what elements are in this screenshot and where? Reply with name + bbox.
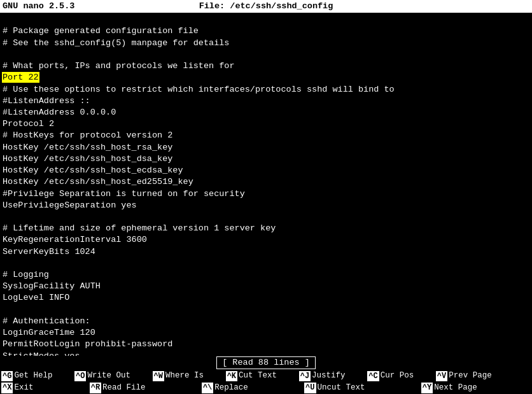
editor-line: # Use these options to restrict which in… <box>3 84 529 95</box>
shortcut-label: Exit <box>14 383 33 393</box>
editor-line: LoginGraceTime 120 <box>3 327 529 339</box>
editor-line: StrictModes yes <box>3 351 529 356</box>
editor-area[interactable]: # Package generated configuration file# … <box>0 13 532 356</box>
bottom-item[interactable]: ^\Replace <box>200 382 303 394</box>
bottom-item[interactable]: ^WWhere Is <box>151 370 225 382</box>
shortcut-key: ^G <box>1 371 13 381</box>
shortcut-label: Prev Page <box>449 370 492 381</box>
shortcut-key: ^W <box>153 371 164 381</box>
editor-line <box>3 258 529 269</box>
editor-line: HostKey /etc/ssh/ssh_host_dsa_key <box>3 153 529 165</box>
editor-line: # Package generated configuration file <box>3 25 529 37</box>
editor-line: # Authentication: <box>3 316 529 327</box>
shortcut-label: Get Help <box>14 370 52 381</box>
bottom-item[interactable]: ^KCut Text <box>225 370 298 382</box>
bottom-item[interactable]: ^XExit <box>0 382 88 394</box>
editor-line: SyslogFacility AUTH <box>3 281 529 292</box>
editor-line <box>3 211 529 223</box>
bottom-item-next-page[interactable]: ^YNext Page <box>420 382 532 394</box>
editor-line <box>3 14 529 25</box>
bottom-item-prev-page[interactable]: ^VPrev Page <box>435 370 513 382</box>
shortcut-key: ^R <box>90 383 101 393</box>
editor-line: HostKey /etc/ssh/ssh_host_ed25519_key <box>3 176 529 188</box>
editor-line: PermitRootLogin prohibit-password <box>3 339 529 350</box>
editor-line: Protocol 2 <box>3 118 529 130</box>
editor-line: KeyRegenerationInterval 3600 <box>3 234 529 246</box>
shortcut-key: ^K <box>226 371 237 381</box>
shortcut-label: Next Page <box>434 383 477 393</box>
shortcut-key: ^\ <box>202 383 213 393</box>
bottom-item[interactable]: ^UUncut Text <box>303 382 420 394</box>
shortcut-label: Justify <box>312 370 346 381</box>
editor-line: LogLevel INFO <box>3 292 529 304</box>
editor-line: UsePrivilegeSeparation yes <box>3 200 529 211</box>
shortcut-label: Cur Pos <box>381 370 414 381</box>
shortcut-key: ^X <box>1 383 13 393</box>
editor-line <box>3 304 529 316</box>
shortcut-label: Replace <box>214 383 248 393</box>
bottom-item[interactable]: ^GGet Help <box>0 370 73 382</box>
shortcut-label: Read File <box>102 383 146 393</box>
shortcut-label: Write Out <box>87 370 130 381</box>
editor-line: HostKey /etc/ssh/ssh_host_ecdsa_key <box>3 165 529 176</box>
editor-line: #Privilege Separation is turned on for s… <box>3 188 529 200</box>
shortcut-label: Uncut Text <box>318 383 365 393</box>
cursor-highlight: Port 22 <box>3 73 39 82</box>
bottom-row-2: ^XExit^RRead File^\Replace^UUncut Text^Y… <box>0 382 532 394</box>
editor-line: # See the sshd_config(5) manpage for det… <box>3 38 529 49</box>
editor-line: #ListenAddress 0.0.0.0 <box>3 107 529 118</box>
editor-line: # What ports, IPs and protocols we liste… <box>3 60 529 72</box>
file-path: File: /etc/ssh/sshd_config <box>199 1 333 11</box>
editor-line: Port 22 <box>3 72 529 83</box>
shortcut-key: ^J <box>299 371 311 381</box>
editor-lines: # Package generated configuration file# … <box>3 14 529 356</box>
status-message: [ Read 88 lines ] <box>216 356 316 369</box>
bottom-item[interactable]: ^CCur Pos <box>366 370 435 382</box>
bottom-item[interactable]: ^RRead File <box>88 382 200 394</box>
bottom-menu: ^GGet Help^OWrite Out^WWhere Is^KCut Tex… <box>0 370 532 394</box>
editor-line: #ListenAddress :: <box>3 95 529 107</box>
editor-line: HostKey /etc/ssh/ssh_host_rsa_key <box>3 142 529 153</box>
editor-line: # HostKeys for protocol version 2 <box>3 130 529 141</box>
title-bar: GNU nano 2.5.3File: /etc/ssh/sshd_config <box>0 0 532 13</box>
status-bar: [ Read 88 lines ] <box>0 356 532 370</box>
editor-line: ServerKeyBits 1024 <box>3 246 529 258</box>
shortcut-key: ^C <box>367 371 379 381</box>
shortcut-key: ^V <box>436 371 447 381</box>
shortcut-key: ^O <box>74 371 86 381</box>
editor-line: # Lifetime and size of ephemeral version… <box>3 223 529 234</box>
bottom-row-1: ^GGet Help^OWrite Out^WWhere Is^KCut Tex… <box>0 370 532 382</box>
shortcut-key: ^U <box>304 383 316 393</box>
app-name: GNU nano 2.5.3 <box>3 1 74 12</box>
shortcut-label: Cut Text <box>239 370 277 381</box>
shortcut-label: Where Is <box>165 370 204 381</box>
editor-line: # Logging <box>3 269 529 281</box>
editor-line <box>3 49 529 60</box>
bottom-item[interactable]: ^JJustify <box>298 370 367 382</box>
shortcut-key: ^Y <box>421 383 433 393</box>
bottom-item[interactable]: ^OWrite Out <box>73 370 151 382</box>
